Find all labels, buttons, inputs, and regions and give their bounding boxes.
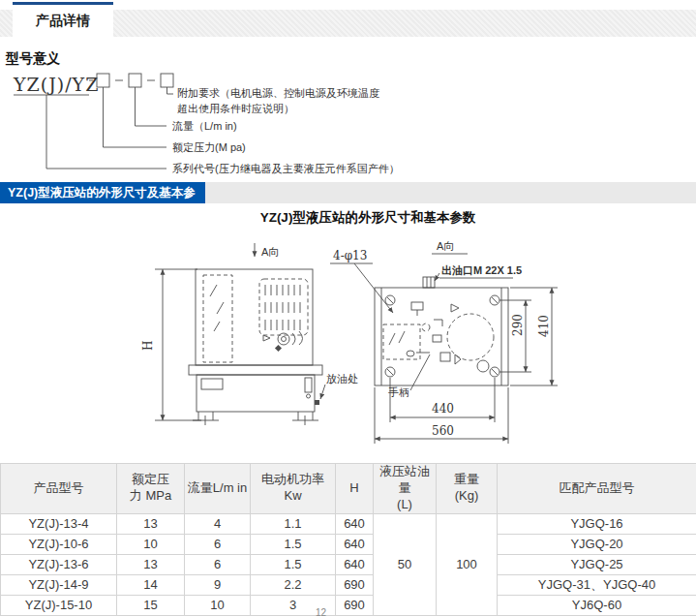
- cell-match: YJ6Q-60: [498, 595, 696, 615]
- cell-flow: 4: [185, 513, 251, 534]
- col-header-weight: 重量 (Kg): [437, 464, 498, 514]
- model-annotation-lines: [46, 87, 173, 169]
- col-header-h: H: [336, 464, 374, 514]
- model-meaning-heading: 型号意义: [6, 50, 60, 68]
- col-header-flow: 流量L/m in: [185, 464, 251, 514]
- model-box-3: [161, 74, 173, 87]
- dim-560: 560: [432, 424, 454, 438]
- model-code-diagram: YZ(J)/YZ 附加要求（电机电源、控制电源及环境温度 超出使用条件时应说明）…: [8, 68, 414, 182]
- cell-flow: 10: [185, 595, 251, 615]
- spec-table: 产品型号 额定压 力 MPa 流量L/m in 电动机功率 Kw H 液压站油量…: [0, 463, 696, 616]
- cell-h: 640: [336, 554, 374, 574]
- handle-label: 手柄: [388, 386, 409, 398]
- dim-290: 290: [511, 314, 525, 336]
- col-header-model: 产品型号: [1, 464, 117, 514]
- tab-label: 产品详情: [36, 13, 90, 28]
- spec-table-header-row: 产品型号 额定压 力 MPa 流量L/m in 电动机功率 Kw H 液压站油量…: [1, 464, 696, 514]
- col-header-oil: 液压站油量 (L): [374, 464, 437, 514]
- front-view: A向 H 放油处: [141, 243, 358, 425]
- holes-label: 4-φ13: [333, 249, 367, 262]
- cell-pressure: 13: [117, 554, 185, 574]
- table-row: YZ(J)-14-9 14 9 2.2 690 YJGQ-31、YJGQ-40: [1, 574, 696, 595]
- cell-pressure: 10: [117, 534, 185, 554]
- cell-match: YJGQ-25: [498, 554, 696, 574]
- dim-H: H: [141, 341, 155, 351]
- cell-model: YZ(J)-10-6: [1, 534, 117, 554]
- table-row: YZ(J)-10-6 10 6 1.5 640 YJGQ-20: [1, 534, 696, 554]
- cell-model: YZ(J)-15-10: [1, 595, 117, 615]
- cell-pressure: 14: [117, 574, 185, 595]
- cell-h: 690: [336, 595, 374, 615]
- cell-h: 640: [336, 513, 374, 534]
- table-row: YZ(J)-13-4 13 4 1.1 640 50 100 YJGQ-16: [1, 513, 696, 534]
- section-banner: YZ(J)型液压站的外形尺寸及基本参: [0, 182, 696, 203]
- cell-match: YJGQ-16: [498, 513, 696, 534]
- dim-410: 410: [537, 315, 551, 337]
- a-view-label-left: A向: [261, 246, 279, 258]
- section-banner-label: YZ(J)型液压站的外形尺寸及基本参: [0, 182, 205, 203]
- cell-model: YZ(J)-13-6: [1, 554, 117, 574]
- drain-label: 放油处: [326, 373, 358, 385]
- cell-h: 690: [336, 574, 374, 595]
- a-view-label-right: A向: [437, 240, 454, 252]
- col-header-pressure: 额定压 力 MPa: [117, 464, 185, 514]
- tab-product-details[interactable]: 产品详情: [13, 2, 113, 37]
- cell-power: 1.1: [251, 513, 336, 534]
- table-row: YZ(J)-15-10 15 10 3 690 YJ6Q-60: [1, 595, 696, 615]
- col-header-power: 电动机功率 Kw: [251, 464, 336, 514]
- annotation-flow: 流量（L/m in): [171, 120, 237, 132]
- technical-drawing: A向 H 放油处: [0, 231, 696, 461]
- cell-match: YJGQ-31、YJGQ-40: [498, 574, 696, 595]
- table-row: YZ(J)-13-6 13 6 1.5 640 YJGQ-25: [1, 554, 696, 574]
- motor-fins: [265, 285, 300, 330]
- cell-oil-volume: 50: [374, 513, 437, 615]
- cell-power: 2.2: [251, 574, 336, 595]
- annotation-series: 系列代号(压力继电器及主要液压元件系国产件）: [172, 163, 400, 174]
- cell-match: YJGQ-20: [498, 534, 696, 554]
- model-formula-text: YZ(J)/YZ: [13, 74, 99, 95]
- annotation-extra-line1: 附加要求（电机电源、控制电源及环境温度: [177, 87, 379, 99]
- cell-pressure: 15: [117, 595, 185, 615]
- cell-flow: 9: [185, 574, 251, 595]
- annotation-pressure: 额定压力(M pa): [172, 141, 246, 153]
- top-view: A向 出油口M 22X 1.5 4-φ13: [330, 240, 558, 444]
- cell-power: 1.5: [251, 534, 336, 554]
- annotation-extra-line2: 超出使用条件时应说明）: [177, 103, 294, 114]
- cell-h: 640: [336, 534, 374, 554]
- page-number: 12: [316, 607, 326, 616]
- outlet-label: 出油口M 22X 1.5: [441, 264, 522, 276]
- drawing-title: YZ(J)型液压站的外形尺寸和基本参数: [39, 209, 696, 227]
- cell-flow: 6: [185, 554, 251, 574]
- cell-power: 1.5: [251, 554, 336, 574]
- cell-weight: 100: [437, 513, 498, 615]
- model-box-2: [129, 74, 141, 87]
- cell-flow: 6: [185, 534, 251, 554]
- cell-pressure: 13: [117, 513, 185, 534]
- col-header-match: 匹配产品型号: [498, 464, 696, 514]
- cell-model: YZ(J)-13-4: [1, 513, 117, 534]
- cell-model: YZ(J)-14-9: [1, 574, 117, 595]
- model-formula: YZ(J)/YZ: [13, 74, 173, 95]
- dim-440: 440: [432, 402, 454, 416]
